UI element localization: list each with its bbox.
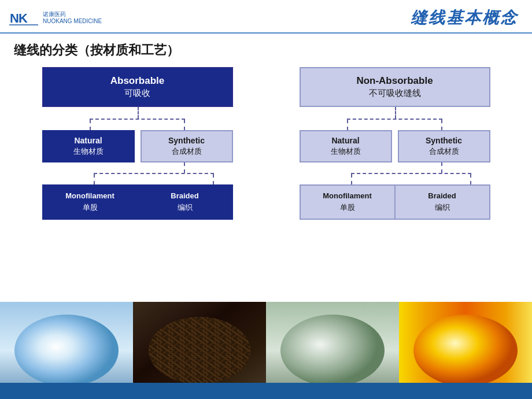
non-absorbable-tree: Non-Absorbable 不可吸收缝线 Natural 生物材质 Synth…	[269, 67, 520, 220]
non-absorbable-synthetic-box: Synthetic 合成材质	[398, 130, 490, 162]
non-absorbable-cn-label: 不可吸收缝线	[310, 88, 480, 99]
page-title: 缝线的分类（按材质和工艺）	[0, 34, 532, 65]
svg-point-15	[413, 315, 518, 386]
absorbable-root-box: Absorbable 可吸收	[42, 67, 233, 107]
svg-point-3	[14, 315, 119, 386]
logo: NK 诺康医药 NUOKANG MEDICINE	[9, 9, 102, 27]
absorbable-tree: Absorbable 可吸收 Natural 生物材质 Synthetic 合成…	[12, 67, 263, 220]
tree-divider	[263, 67, 269, 220]
non-absorbable-braided-box: Braided 编织	[396, 186, 489, 219]
connector-r-drops-2	[300, 174, 490, 184]
non-absorbable-mono-box: Monofilament 单股	[301, 186, 396, 219]
absorbable-mono-box: Monofilament 单股	[43, 186, 138, 219]
bottom-bar	[0, 383, 532, 399]
connector-drops-1	[42, 120, 233, 130]
classification-diagram: Absorbable 可吸收 Natural 生物材质 Synthetic 合成…	[0, 67, 532, 220]
absorbable-grandchildren: Monofilament 单股 Braided 编织	[42, 184, 233, 220]
svg-point-13	[280, 315, 385, 386]
non-absorbable-grandchildren: Monofilament 单股 Braided 编织	[300, 184, 490, 220]
slide-title: 缝线基本概念	[411, 7, 518, 29]
absorbable-cn-label: 可吸收	[53, 88, 223, 99]
connector-r1	[300, 107, 490, 119]
svg-point-11	[149, 317, 250, 384]
company-name: 诺康医药 NUOKANG MEDICINE	[43, 11, 102, 25]
absorbable-en-label: Absorbable	[53, 75, 223, 87]
absorbable-synthetic-box: Synthetic 合成材质	[141, 130, 233, 162]
non-absorbable-natural-box: Natural 生物材质	[300, 130, 392, 162]
connector-drops-2	[42, 174, 233, 184]
absorbable-natural-box: Natural 生物材质	[42, 130, 135, 162]
svg-text:NK: NK	[10, 11, 28, 25]
header: NK 诺康医药 NUOKANG MEDICINE 缝线基本概念	[0, 0, 532, 34]
non-absorbable-root-box: Non-Absorbable 不可吸收缝线	[300, 67, 490, 107]
connector-r-drops-1	[300, 120, 490, 130]
absorbable-braided-box: Braided 编织	[138, 186, 232, 219]
absorbable-children: Natural 生物材质 Synthetic 合成材质	[42, 130, 233, 162]
connector-r-synthetic-down	[300, 162, 490, 173]
non-absorbable-en-label: Non-Absorbable	[310, 75, 480, 87]
logo-icon: NK	[9, 9, 38, 27]
non-absorbable-children: Natural 生物材质 Synthetic 合成材质	[300, 130, 490, 162]
connector-1	[42, 107, 233, 119]
connector-synthetic-down	[42, 162, 233, 173]
